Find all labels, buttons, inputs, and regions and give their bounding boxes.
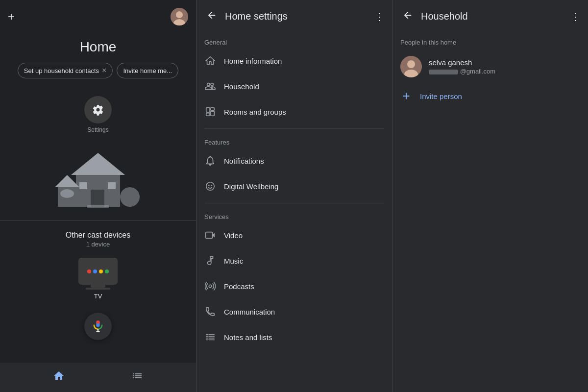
menu-text-video: Video (224, 231, 243, 240)
person-avatar (400, 56, 422, 77)
other-cast-section: Other cast devices 1 device (0, 225, 196, 252)
svg-point-12 (120, 187, 140, 207)
add-icon[interactable]: + (8, 10, 15, 24)
svg-rect-7 (108, 182, 116, 189)
menu-text-digital-wellbeing: Digital Wellbeing (224, 182, 278, 191)
household-header: Household ⋮ (392, 0, 588, 33)
home-title: Home (8, 39, 188, 55)
other-cast-title: Other cast devices (8, 231, 188, 240)
back-arrow-icon (206, 10, 217, 21)
tv-device-item[interactable]: TV (78, 258, 118, 300)
svg-point-27 (209, 285, 212, 288)
panel-home: + Home Set up household contacts × Invit… (0, 0, 196, 392)
email-domain: @gmail.com (460, 68, 495, 75)
svg-rect-13 (87, 205, 109, 208)
notes-icon (204, 331, 216, 343)
svg-point-1 (176, 11, 183, 18)
plus-icon (400, 90, 412, 102)
menu-text-notes-lists: Notes and lists (224, 333, 272, 342)
svg-rect-18 (206, 108, 210, 112)
svg-point-8 (95, 164, 101, 171)
home-illustration (0, 138, 196, 217)
dot-red (87, 270, 91, 273)
menu-text-communication: Communication (224, 308, 275, 316)
menu-text-rooms-groups: Rooms and groups (224, 108, 286, 116)
mic-fab[interactable] (84, 313, 112, 340)
settings-label: Settings (87, 126, 108, 133)
dot-green (105, 270, 109, 273)
mic-icon (91, 319, 105, 333)
menu-item-home-information[interactable]: Home information (196, 48, 392, 74)
menu-item-music[interactable]: Music (196, 248, 392, 273)
music-icon (204, 255, 216, 267)
menu-item-digital-wellbeing[interactable]: Digital Wellbeing (196, 173, 392, 199)
settings-button[interactable] (84, 96, 112, 123)
nav-list-icon[interactable] (131, 370, 143, 385)
menu-item-notifications[interactable]: Notifications (196, 148, 392, 173)
rooms-icon (204, 106, 216, 118)
device-label: TV (94, 293, 102, 300)
settings-more-button[interactable]: ⋮ (374, 11, 384, 23)
svg-rect-19 (211, 108, 214, 111)
svg-point-37 (407, 60, 415, 68)
person-item[interactable]: selva ganesh @gmail.com (392, 50, 588, 83)
settings-back-button[interactable] (204, 8, 219, 25)
household-panel-title: Household (421, 11, 564, 22)
menu-item-video[interactable]: Video (196, 222, 392, 248)
settings-scroll: General Home information Household (196, 33, 392, 392)
svg-rect-20 (211, 111, 214, 116)
home-title-section: Home Set up household contacts × Invite … (0, 29, 196, 86)
settings-icon-section: Settings (0, 86, 196, 138)
menu-text-notifications: Notifications (224, 157, 264, 165)
invite-home-chip[interactable]: Invite home me... (117, 63, 178, 78)
mic-fab-container (0, 308, 196, 345)
panel-household: Household ⋮ People in this home selva ga… (392, 0, 588, 392)
svg-point-24 (211, 185, 212, 186)
features-section-label: Features (196, 133, 392, 148)
other-cast-count: 1 device (8, 241, 188, 248)
menu-item-podcasts[interactable]: Podcasts (196, 273, 392, 299)
menu-item-communication[interactable]: Communication (196, 299, 392, 324)
settings-header: Home settings ⋮ (196, 0, 392, 33)
svg-point-11 (60, 189, 74, 198)
menu-item-rooms-groups[interactable]: Rooms and groups (196, 99, 392, 124)
svg-rect-25 (206, 232, 213, 239)
person-email: @gmail.com (429, 68, 580, 75)
podcasts-icon (204, 280, 216, 292)
svg-rect-15 (97, 320, 100, 323)
menu-text-music: Music (224, 257, 243, 265)
invite-person-button[interactable]: Invite person (392, 83, 588, 109)
chip1-label: Set up household contacts (24, 67, 99, 74)
dot-blue (93, 270, 97, 273)
person-info: selva ganesh @gmail.com (429, 58, 580, 75)
video-icon (204, 229, 216, 241)
household-back-button[interactable] (400, 8, 415, 25)
menu-item-notes-lists[interactable]: Notes and lists (196, 324, 392, 350)
services-section-label: Services (196, 207, 392, 222)
house-svg (49, 143, 147, 212)
menu-text-home-information: Home information (224, 57, 282, 65)
tv-icon-box (78, 258, 118, 285)
menu-text-household: Household (224, 82, 259, 91)
svg-point-23 (208, 185, 210, 186)
services-divider (204, 203, 384, 203)
home-header: + (0, 0, 196, 29)
invite-text: Invite person (420, 92, 462, 100)
tv-base (86, 288, 110, 290)
menu-item-household[interactable]: Household (196, 74, 392, 99)
dot-yellow (99, 270, 103, 273)
panel-settings: Home settings ⋮ General Home information… (196, 0, 392, 392)
chip1-close-icon[interactable]: × (102, 66, 106, 75)
email-redacted (429, 70, 458, 74)
avatar[interactable] (171, 8, 188, 25)
bottom-nav (0, 363, 196, 392)
chip2-label: Invite home me... (123, 67, 172, 74)
household-contacts-chip[interactable]: Set up household contacts × (18, 63, 113, 78)
tv-dots (87, 270, 109, 273)
svg-marker-10 (55, 175, 79, 187)
person-name: selva ganesh (429, 58, 580, 67)
home-info-icon (204, 55, 216, 67)
household-more-button[interactable]: ⋮ (570, 11, 580, 23)
nav-home-icon[interactable] (53, 370, 65, 385)
household-icon (204, 80, 216, 92)
